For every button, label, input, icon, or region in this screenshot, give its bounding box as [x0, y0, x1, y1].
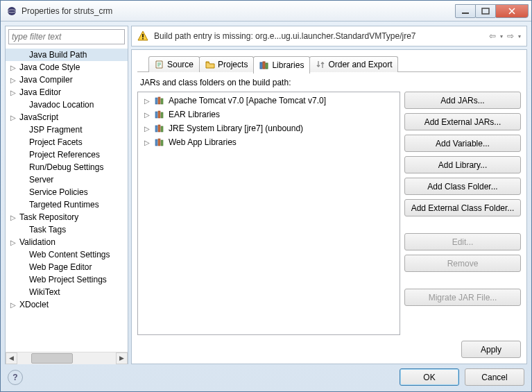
tab-label: Projects [218, 60, 248, 69]
nav-item[interactable]: WikiText [6, 286, 128, 298]
migrate-jar-button: Migrate JAR File... [404, 289, 521, 306]
add-external-jars-button[interactable]: Add External JARs... [404, 113, 521, 130]
scroll-thumb[interactable] [31, 353, 73, 364]
back-arrow-icon[interactable]: ⇦ [489, 31, 496, 41]
apply-button[interactable]: Apply [461, 341, 521, 358]
svg-rect-20 [161, 140, 163, 146]
window-controls [456, 4, 529, 18]
nav-item-label: Java Editor [19, 87, 61, 97]
nav-item[interactable]: Web Content Settings [6, 248, 128, 261]
titlebar: Properties for struts_crm [1, 1, 531, 22]
nav-item[interactable]: Task Tags [6, 223, 128, 236]
svg-rect-4 [142, 34, 144, 37]
nav-item[interactable]: Project References [6, 148, 128, 161]
expander-icon [18, 50, 28, 60]
banner-nav: ⇦▾ ⇨▾ [489, 31, 521, 41]
expander-icon [18, 150, 28, 160]
add-class-folder-button[interactable]: Add Class Folder... [404, 178, 521, 195]
nav-item-label: Task Repository [19, 212, 78, 222]
nav-item[interactable]: Javadoc Location [6, 99, 128, 111]
library-item[interactable]: ▷Web App Libraries [139, 135, 398, 149]
library-label: EAR Libraries [169, 110, 220, 119]
expander-icon[interactable]: ▷ [8, 62, 18, 72]
nav-item[interactable]: ▷JavaScript [6, 111, 128, 123]
expander-icon [18, 187, 28, 197]
projects-tab-icon [205, 60, 215, 69]
edit-button: Edit... [404, 233, 521, 250]
nav-item[interactable]: ▷Java Compiler [6, 74, 128, 86]
tabs-row: SourceProjectsLibrariesOrder and Export [137, 56, 521, 72]
nav-item[interactable]: Web Project Settings [6, 273, 128, 286]
expander-icon[interactable]: ▷ [8, 300, 18, 309]
tab-projects[interactable]: Projects [199, 56, 254, 72]
close-button[interactable] [495, 4, 529, 18]
help-icon[interactable]: ? [8, 370, 23, 385]
scroll-track[interactable] [17, 352, 116, 364]
back-dropdown-icon[interactable]: ▾ [500, 33, 503, 40]
expander-icon[interactable]: ▷ [8, 87, 18, 97]
forward-dropdown-icon[interactable]: ▾ [518, 33, 521, 40]
ok-button[interactable]: OK [400, 368, 459, 386]
nav-item[interactable]: Server [6, 173, 128, 186]
svg-rect-8 [266, 63, 268, 69]
nav-item[interactable]: ▷Task Repository [6, 211, 128, 223]
forward-arrow-icon[interactable]: ⇨ [507, 31, 514, 41]
nav-item[interactable]: Service Policies [6, 186, 128, 198]
nav-item[interactable]: Web Page Editor [6, 261, 128, 273]
libraries-tree[interactable]: ▷Apache Tomcat v7.0 [Apache Tomcat v7.0]… [137, 92, 400, 335]
description-label: JARs and class folders on the build path… [137, 72, 521, 92]
nav-item-label: XDoclet [19, 300, 49, 309]
svg-rect-14 [161, 112, 163, 118]
scroll-right-button[interactable]: ▶ [116, 352, 128, 364]
add-jars-button[interactable]: Add JARs... [404, 92, 521, 109]
nav-item[interactable]: Java Build Path [6, 49, 128, 61]
tab-order-and-export[interactable]: Order and Export [309, 56, 398, 72]
library-item[interactable]: ▷JRE System Library [jre7] (unbound) [139, 121, 398, 135]
nav-item-label: Java Code Style [19, 62, 80, 72]
expander-icon[interactable]: ▷ [8, 112, 18, 122]
scroll-left-button[interactable]: ◀ [6, 352, 17, 364]
library-item[interactable]: ▷EAR Libraries [139, 108, 398, 121]
add-variable-button[interactable]: Add Variable... [404, 135, 521, 152]
expander-icon[interactable]: ▷ [142, 96, 152, 105]
tab-label: Order and Export [328, 60, 392, 69]
filter-input[interactable] [8, 29, 125, 44]
nav-item-label: Java Build Path [29, 50, 87, 60]
svg-rect-9 [155, 98, 157, 104]
svg-rect-3 [482, 8, 489, 14]
minimize-button[interactable] [455, 4, 476, 18]
nav-tree[interactable]: Java Build Path▷Java Code Style▷Java Com… [6, 47, 128, 312]
nav-item[interactable]: ▷XDoclet [6, 298, 128, 311]
add-library-button[interactable]: Add Library... [404, 156, 521, 173]
expander-icon[interactable]: ▷ [8, 75, 18, 85]
nav-item[interactable]: JSP Fragment [6, 123, 128, 136]
nav-item[interactable]: ▷Java Editor [6, 86, 128, 99]
expander-icon[interactable]: ▷ [142, 110, 152, 119]
expander-icon[interactable]: ▷ [8, 212, 18, 222]
library-item[interactable]: ▷Apache Tomcat v7.0 [Apache Tomcat v7.0] [139, 94, 398, 108]
add-external-class-folder-button[interactable]: Add External Class Folder... [404, 199, 521, 216]
nav-item[interactable]: Project Facets [6, 136, 128, 148]
source-tab-icon [155, 60, 164, 69]
nav-item[interactable]: Run/Debug Settings [6, 161, 128, 173]
svg-rect-18 [155, 139, 157, 146]
maximize-button[interactable] [475, 4, 496, 18]
expander-icon [18, 175, 28, 185]
nav-item[interactable]: ▷Java Code Style [6, 61, 128, 74]
nav-item-label: Targeted Runtimes [29, 200, 99, 210]
tab-source[interactable]: Source [148, 56, 200, 72]
nav-item[interactable]: ▷Validation [6, 236, 128, 248]
tab-libraries[interactable]: Libraries [253, 56, 310, 74]
nav-item-label: Project Facets [29, 137, 83, 147]
expander-icon[interactable]: ▷ [8, 237, 18, 247]
cancel-button[interactable]: Cancel [465, 368, 524, 386]
expander-icon[interactable]: ▷ [142, 137, 152, 147]
nav-item-label: Service Policies [29, 187, 88, 197]
nav-item-label: Web Content Settings [29, 250, 110, 259]
nav-item-label: Web Page Editor [29, 262, 92, 272]
horizontal-scrollbar[interactable]: ◀ ▶ [6, 352, 128, 364]
nav-item[interactable]: Targeted Runtimes [6, 198, 128, 211]
library-label: Web App Libraries [169, 137, 237, 147]
expander-icon[interactable]: ▷ [142, 123, 152, 133]
nav-item-label: Web Project Settings [29, 275, 107, 284]
